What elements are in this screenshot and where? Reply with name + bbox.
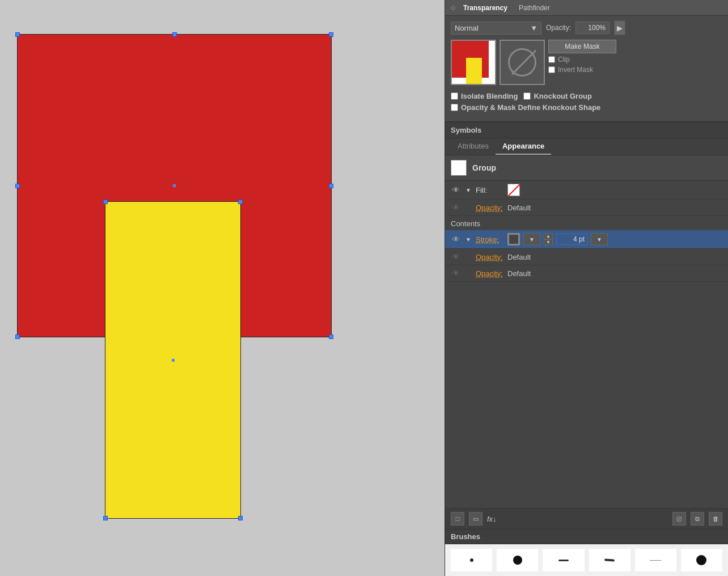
fill-expand-icon[interactable]: ▼ [464, 186, 472, 194]
attr-tabs: Attributes Appearance [445, 138, 728, 155]
blend-mode-row: Normal ▼ Opacity: ▶ [451, 20, 722, 35]
yellow-rectangle[interactable] [105, 201, 241, 519]
brush-dash-small [558, 560, 569, 561]
tab-attributes[interactable]: Attributes [451, 138, 496, 155]
stroke-spinners: ▲ ▼ [544, 233, 553, 245]
handle-yellow-bottom-left [103, 516, 108, 520]
fill-swatch[interactable] [507, 184, 520, 196]
handle-yellow-bottom-right [238, 516, 243, 520]
handle-top-right [329, 32, 333, 37]
invert-mask-checkbox[interactable] [548, 66, 555, 73]
handle-bottom-right [329, 334, 333, 339]
handle-top-left [15, 32, 20, 37]
group-header-row: Group [445, 155, 728, 181]
diamond-icon: ◇ [451, 4, 455, 11]
stroke-opacity-visibility-icon[interactable]: 👁 [451, 252, 461, 262]
brush-dash-medium [604, 558, 615, 562]
stroke-type-dropdown[interactable]: ▼ [523, 233, 540, 245]
new-item-button[interactable]: □ [451, 512, 464, 526]
isolate-blending-checkbox[interactable] [451, 92, 458, 100]
handle-yellow-top-left [103, 200, 108, 204]
isolate-blending-label: Isolate Blending [451, 92, 518, 100]
fx-button[interactable]: fx↓ [487, 515, 497, 523]
transparency-section: Normal ▼ Opacity: ▶ Make Mask Clip [445, 16, 728, 122]
stroke-inner [509, 234, 519, 244]
overall-opacity-visibility-icon[interactable]: 👁 [451, 268, 461, 278]
stroke-visibility-icon[interactable]: 👁 [451, 234, 461, 244]
stroke-spin-up[interactable]: ▲ [544, 233, 553, 239]
duplicate-button[interactable]: ⧉ [691, 512, 704, 526]
brush-dot-large [696, 555, 706, 565]
layer-thumbnail [451, 40, 496, 85]
no-mask-icon [508, 48, 536, 77]
make-mask-button[interactable]: Make Mask [548, 40, 616, 53]
brushes-header: Brushes [445, 530, 728, 544]
right-panel: ◇ Transparency Pathfinder Normal ▼ Opaci… [445, 0, 728, 576]
stroke-spin-down[interactable]: ▼ [544, 239, 553, 245]
panel-top-tabs: ◇ Transparency Pathfinder [445, 0, 728, 16]
center-dot-red [173, 184, 176, 187]
fill-visibility-icon[interactable]: 👁 [451, 185, 461, 195]
knockout-group-label: Knockout Group [523, 92, 592, 100]
stroke-opacity-row: 👁 Opacity: Default [445, 249, 728, 265]
center-dot-yellow [172, 359, 175, 362]
stroke-swatch[interactable] [507, 233, 520, 245]
dropdown-arrow-icon: ▼ [530, 24, 537, 32]
fill-row: 👁 ▼ Fill: [445, 181, 728, 200]
handle-yellow-top-right [238, 200, 243, 204]
handle-middle-left [15, 184, 20, 188]
opacity-mask-checkbox[interactable] [451, 104, 458, 111]
isolate-blending-row: Isolate Blending Knockout Group [451, 92, 722, 100]
brush-line [650, 560, 661, 561]
fill-opacity-visibility-icon[interactable]: 👁 [451, 202, 461, 213]
invert-mask-label: Invert Mask [558, 66, 593, 74]
new-layer-button[interactable]: ▭ [469, 512, 482, 526]
appearance-content: Group 👁 ▼ Fill: 👁 Opacity: Default Conte… [445, 155, 728, 508]
tab-pathfinder[interactable]: Pathfinder [513, 2, 556, 14]
fill-opacity-row: 👁 Opacity: Default [445, 200, 728, 216]
opacity-arrow-button[interactable]: ▶ [614, 20, 625, 35]
stroke-row[interactable]: 👁 ▼ Stroke: ▼ ▲ ▼ ▼ [445, 230, 728, 249]
opacity-mask-row: Opacity & Mask Define Knockout Shape [451, 103, 722, 112]
clip-checkbox[interactable] [548, 56, 555, 63]
stroke-label: Stroke: [476, 235, 504, 244]
knockout-group-checkbox[interactable] [523, 92, 531, 100]
brush-swatch-4[interactable] [589, 549, 630, 571]
brush-dot-medium [513, 556, 522, 565]
group-icon-square [451, 160, 467, 176]
brush-swatch-6[interactable] [681, 549, 722, 571]
mask-thumbnail [500, 40, 545, 85]
thumbnail-row: Make Mask Clip Invert Mask [451, 40, 722, 85]
opacity-mask-label: Opacity & Mask Define Knockout Shape [451, 103, 600, 112]
symbols-section: Symbols [445, 122, 728, 138]
blend-mode-dropdown[interactable]: Normal ▼ [451, 22, 541, 35]
brushes-title: Brushes [451, 532, 480, 541]
mask-controls: Make Mask Clip Invert Mask [548, 40, 616, 74]
tab-transparency[interactable]: Transparency [458, 2, 513, 14]
brush-swatch-1[interactable] [451, 549, 492, 571]
delete-button[interactable]: 🗑 [709, 512, 722, 526]
brush-swatch-3[interactable] [543, 549, 584, 571]
stroke-expand-icon[interactable]: ▼ [464, 235, 472, 243]
stroke-opacity-value: Default [507, 253, 531, 261]
tab-appearance[interactable]: Appearance [496, 138, 551, 155]
fill-label: Fill: [476, 186, 504, 194]
handle-top-center [172, 32, 177, 37]
handle-middle-right [329, 184, 333, 188]
canvas-area [0, 0, 445, 576]
symbols-title: Symbols [451, 126, 481, 134]
invert-mask-row: Invert Mask [548, 66, 616, 74]
fill-opacity-label: Opacity: [476, 204, 504, 212]
overall-opacity-label: Opacity: [476, 269, 504, 278]
stroke-unit-dropdown[interactable]: ▼ [591, 233, 608, 245]
brush-swatch-5[interactable] [635, 549, 676, 571]
fill-slash-icon [508, 184, 521, 197]
stroke-opacity-label: Opacity: [476, 253, 504, 261]
appearance-toolbar: □ ▭ fx↓ ⊘ ⧉ 🗑 [445, 508, 728, 529]
clip-row: Clip [548, 56, 616, 63]
brush-swatch-2[interactable] [497, 549, 538, 571]
no-appearance-button[interactable]: ⊘ [672, 512, 686, 526]
opacity-input[interactable] [575, 22, 610, 34]
thumb-yellow [466, 58, 482, 85]
stroke-value-input[interactable] [556, 234, 587, 245]
